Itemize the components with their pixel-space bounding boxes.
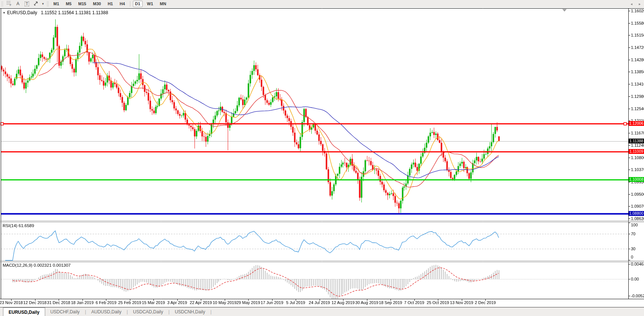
price-axis-label: 1.16020	[631, 9, 644, 13]
price-axis-label: 1.09070	[631, 204, 644, 208]
date-axis-label: 3 Apr 2019	[167, 300, 187, 305]
macd-axis-label: 0.00463	[631, 262, 644, 266]
price-axis-label: 1.13850	[631, 69, 644, 74]
tab-usdcad-daily[interactable]: USDCAD,Daily	[128, 307, 168, 316]
tab-eurusd-daily[interactable]: EURUSD,Daily	[3, 307, 45, 316]
price-axis-label: 1.11670	[631, 131, 644, 135]
tab-separator: |	[210, 309, 211, 315]
price-axis-label: 1.11240	[631, 143, 644, 148]
tab-audusd-daily[interactable]: AUDUSD,Daily	[86, 307, 127, 316]
price-axis-label: 1.12980	[631, 94, 644, 99]
date-axis-label: 12 Dec 2018	[23, 300, 46, 305]
date-axis-label: 10 May 2019	[213, 300, 237, 305]
price-axis-label: 1.14720	[631, 45, 644, 50]
rsi-axis-label: 30	[631, 247, 635, 251]
chart-tab-bar: EURUSD,Daily USDCHF,Daily | AUDUSD,Daily…	[0, 307, 644, 316]
price-axis-label: 1.10800	[631, 155, 644, 160]
date-axis-label: 6 Feb 2019	[96, 300, 116, 305]
hline-price-badge[interactable]: 1.12006	[629, 121, 644, 126]
current-price-badge: 1.11388	[629, 139, 644, 143]
trading-terminal: F A T ▾ M1 M5 M15 M30 H1 H4 D1 W1 MN ▼E	[0, 0, 644, 316]
date-axis-label: 12 Aug 2019	[332, 300, 355, 305]
date-axis-label: 22 Apr 2019	[190, 300, 212, 305]
date-axis-label: 15 Mar 2019	[142, 300, 165, 305]
date-axis-label: 17 Jun 2019	[261, 300, 283, 305]
chart-symbol-period: EURUSD,Daily	[7, 10, 37, 15]
price-axis-label: 1.13410	[631, 82, 644, 86]
price-axis-label: 1.10370	[631, 167, 644, 172]
price-axis-label: 1.15150	[631, 33, 644, 37]
date-axis-label: 30 Aug 2019	[355, 300, 379, 305]
date-axis-label: 2 Dec 2019	[475, 300, 496, 305]
rsi-indicator-label: RSI(14) 61.6589	[3, 223, 34, 228]
tab-scroll-right-arrow[interactable]: ▸	[639, 2, 641, 6]
price-axis-label: 1.15580	[631, 21, 644, 25]
rsi-axis-label: 70	[631, 232, 635, 236]
date-axis-label: 5 Jul 2019	[286, 300, 305, 305]
date-axis-label: 13 Nov 2019	[450, 300, 473, 305]
macd-axis-label: -0.005299	[631, 294, 644, 298]
date-axis-label: 25 Oct 2019	[427, 300, 449, 305]
tab-usdcnh-daily[interactable]: USDCNH,Daily	[169, 307, 210, 316]
date-axis-label: 18 Sep 2019	[379, 300, 402, 305]
chart-title: ▼EURUSD,Daily1.11552 1.11564 1.11381 1.1…	[3, 10, 108, 15]
date-axis-label: 29 May 2019	[236, 300, 260, 305]
hline-price-badge[interactable]: 1.08800	[629, 211, 644, 216]
hline-price-badge[interactable]: 1.11009	[629, 149, 644, 154]
price-axis-label: 1.08630	[631, 216, 644, 221]
price-chart-canvas[interactable]	[0, 0, 644, 316]
hline-price-badge[interactable]: 1.10008	[629, 177, 644, 182]
date-axis-label: 7 Oct 2019	[404, 300, 424, 305]
chart-ohlc-values: 1.11552 1.11564 1.11381 1.11388	[41, 10, 108, 15]
date-axis-label: 23 Nov 2018	[0, 300, 23, 305]
tab-usdchf-daily[interactable]: USDCHF,Daily	[45, 307, 85, 316]
tab-scroll-left-arrow[interactable]: ◂	[631, 2, 632, 6]
date-axis-label: 25 Feb 2019	[118, 300, 141, 305]
date-axis-label: 18 Jan 2019	[71, 300, 94, 305]
macd-indicator-label: MACD(12,26,9) 0.002321 0.001307	[3, 263, 71, 267]
rsi-axis-label: 0	[631, 255, 633, 259]
macd-axis-label: 0.00	[631, 277, 639, 281]
date-axis-label: 31 Dec 2018	[47, 300, 70, 305]
price-axis-label: 1.09500	[631, 192, 644, 196]
date-axis-label: 24 Jul 2019	[309, 300, 330, 305]
rsi-axis-label: 100	[631, 223, 638, 227]
price-axis-label: 1.12540	[631, 106, 644, 111]
collapse-caret-icon[interactable]: ▼	[3, 11, 6, 15]
price-axis-label: 1.14280	[631, 58, 644, 62]
